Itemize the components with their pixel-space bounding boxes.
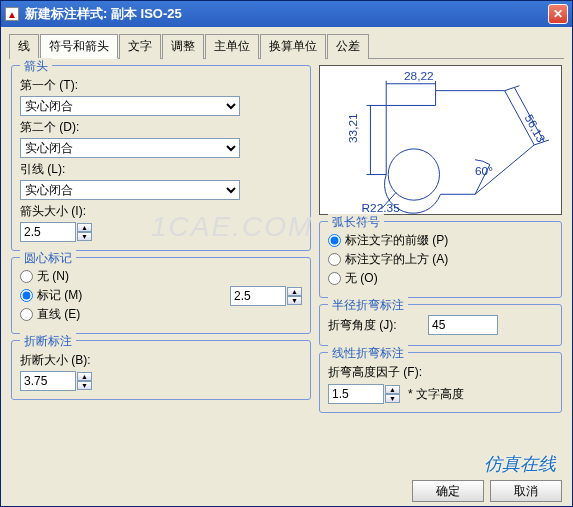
dialog-body: 箭头 第一个 (T): 实心闭合 第二个 (D): 实心闭合 引线 (L): 实… [1, 59, 572, 427]
center-mark-radio[interactable] [20, 289, 33, 302]
group-center-mark: 圆心标记 无 (N) 标记 (M) 直线 (E) ▲▼ [11, 257, 311, 334]
preview-dim-left: 33,21 [346, 113, 360, 143]
app-icon: ▲ [5, 7, 19, 21]
arc-none-label: 无 (O) [345, 270, 378, 287]
tab-line[interactable]: 线 [9, 34, 39, 59]
group-linear-jog: 线性折弯标注 折弯高度因子 (F): ▲▼ * 文字高度 [319, 352, 562, 413]
jog-factor-input[interactable] [328, 384, 384, 404]
group-linjog-title: 线性折弯标注 [328, 345, 408, 362]
break-size-spin[interactable]: ▲▼ [77, 372, 92, 390]
second-arrow-combo[interactable]: 实心闭合 [20, 138, 240, 158]
arc-before-radio[interactable] [328, 234, 341, 247]
arrow-size-input[interactable] [20, 222, 76, 242]
ok-button[interactable]: 确定 [412, 480, 484, 502]
group-break: 折断标注 折断大小 (B): ▲▼ [11, 340, 311, 400]
group-break-title: 折断标注 [20, 333, 76, 350]
break-size-input[interactable] [20, 371, 76, 391]
arc-none-radio[interactable] [328, 272, 341, 285]
tab-symbols-arrows[interactable]: 符号和箭头 [40, 34, 118, 59]
break-size-label: 折断大小 (B): [20, 352, 302, 369]
group-center-title: 圆心标记 [20, 250, 76, 267]
arrow-size-label: 箭头大小 (I): [20, 203, 302, 220]
center-size-input[interactable] [230, 286, 286, 306]
second-arrow-label: 第二个 (D): [20, 119, 302, 136]
close-button[interactable]: ✕ [548, 4, 568, 24]
leader-label: 引线 (L): [20, 161, 302, 178]
dialog-window: ▲ 新建标注样式: 副本 ISO-25 ✕ 线 符号和箭头 文字 调整 主单位 … [0, 0, 573, 507]
group-radius-jog: 半径折弯标注 折弯角度 (J): [319, 304, 562, 346]
jog-angle-label: 折弯角度 (J): [328, 317, 428, 334]
center-line-radio[interactable] [20, 308, 33, 321]
center-line-label: 直线 (E) [37, 306, 80, 323]
tab-text[interactable]: 文字 [119, 34, 161, 59]
arc-above-radio[interactable] [328, 253, 341, 266]
arrow-size-spin[interactable]: ▲▼ [77, 223, 92, 241]
watermark-bottom-right: 仿真在线 [484, 452, 556, 476]
tab-alt-units[interactable]: 换算单位 [260, 34, 326, 59]
arc-before-label: 标注文字的前缀 (P) [345, 232, 448, 249]
first-arrow-label: 第一个 (T): [20, 77, 302, 94]
group-arc-title: 弧长符号 [328, 214, 384, 231]
first-arrow-combo[interactable]: 实心闭合 [20, 96, 240, 116]
center-mark-label: 标记 (M) [37, 287, 82, 304]
center-none-radio[interactable] [20, 270, 33, 283]
arc-above-label: 标注文字的上方 (A) [345, 251, 448, 268]
jog-factor-spin[interactable]: ▲▼ [385, 385, 400, 403]
center-none-label: 无 (N) [37, 268, 69, 285]
button-bar: 确定 取消 [412, 480, 562, 502]
group-arrows-title: 箭头 [20, 58, 52, 75]
leader-combo[interactable]: 实心闭合 [20, 180, 240, 200]
jog-factor-suffix: * 文字高度 [408, 386, 464, 403]
group-arrows: 箭头 第一个 (T): 实心闭合 第二个 (D): 实心闭合 引线 (L): 实… [11, 65, 311, 251]
jog-factor-label: 折弯高度因子 (F): [328, 364, 553, 381]
group-arc-length: 弧长符号 标注文字的前缀 (P) 标注文字的上方 (A) 无 (O) [319, 221, 562, 298]
tab-primary-units[interactable]: 主单位 [205, 34, 259, 59]
cancel-button[interactable]: 取消 [490, 480, 562, 502]
preview-dim-ang: 60° [475, 164, 493, 178]
preview-dim-r: R22.35 [362, 201, 401, 214]
jog-angle-input[interactable] [428, 315, 498, 335]
dialog-title: 新建标注样式: 副本 ISO-25 [25, 5, 548, 23]
preview-dim-top: 28,22 [404, 69, 434, 83]
tab-strip: 线 符号和箭头 文字 调整 主单位 换算单位 公差 [9, 33, 564, 59]
preview-pane: 28,22 33,21 56,13 R22.35 60° [319, 65, 562, 215]
center-size-spin[interactable]: ▲▼ [287, 287, 302, 305]
titlebar: ▲ 新建标注样式: 副本 ISO-25 ✕ [1, 1, 572, 27]
preview-svg: 28,22 33,21 56,13 R22.35 60° [320, 66, 561, 214]
tab-fit[interactable]: 调整 [162, 34, 204, 59]
group-radjog-title: 半径折弯标注 [328, 297, 408, 314]
tab-tolerance[interactable]: 公差 [327, 34, 369, 59]
